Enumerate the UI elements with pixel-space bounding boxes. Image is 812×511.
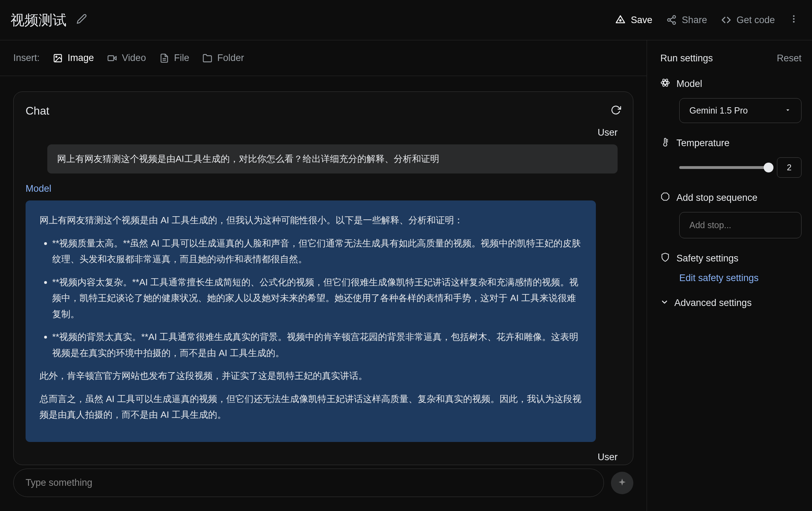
save-button[interactable]: Save <box>615 14 653 26</box>
chevron-down-icon <box>660 298 669 308</box>
model-select[interactable]: Gemini 1.5 Pro <box>679 98 801 123</box>
insert-image[interactable]: Image <box>53 53 94 63</box>
insert-folder-label: Folder <box>217 53 244 63</box>
model-conclusion: 总而言之，虽然 AI 工具可以生成逼真的视频，但它们还无法生成像凯特王妃讲话这样… <box>40 391 582 423</box>
insert-file[interactable]: File <box>159 53 190 63</box>
svg-point-1 <box>673 16 676 19</box>
insert-folder[interactable]: Folder <box>202 53 244 63</box>
edit-title-icon[interactable] <box>76 14 87 26</box>
role-user-label-2: User <box>26 452 618 462</box>
advanced-settings-toggle[interactable]: Advanced settings <box>660 298 801 308</box>
model-settings-icon <box>660 78 670 90</box>
svg-point-7 <box>793 18 795 20</box>
model-response: 网上有网友猜测这个视频是由 AI 工具生成的，但我认为这种可能性很小。以下是一些… <box>26 200 596 442</box>
top-header: 视频测试 Save Share Get code <box>0 0 812 40</box>
temperature-value[interactable]: 2 <box>777 157 801 178</box>
model-point-2: **视频内容太复杂。**AI 工具通常擅长生成简短的、公式化的视频，但它们很难生… <box>52 274 582 322</box>
svg-point-2 <box>668 19 670 21</box>
svg-point-6 <box>793 15 795 17</box>
send-button[interactable] <box>611 472 633 494</box>
header-actions: Save Share Get code <box>615 14 799 26</box>
page-title: 视频测试 <box>11 11 67 30</box>
insert-image-label: Image <box>68 53 94 63</box>
header-left: 视频测试 <box>11 11 87 30</box>
prompt-row <box>13 469 633 497</box>
run-settings-title: Run settings <box>660 53 713 64</box>
chat-title: Chat <box>26 104 49 117</box>
safety-icon <box>660 252 670 264</box>
svg-rect-11 <box>108 56 113 61</box>
prompt-input[interactable] <box>13 469 604 497</box>
role-user-label: User <box>26 127 618 138</box>
advanced-label: Advanced settings <box>674 298 752 308</box>
chat-scroll[interactable]: User 网上有网友猜测这个视频是由AI工具生成的，对比你怎么看？给出详细充分的… <box>26 127 621 465</box>
svg-line-4 <box>670 18 673 19</box>
safety-label: Safety settings <box>676 253 738 264</box>
svg-point-0 <box>620 20 621 21</box>
get-code-label: Get code <box>736 15 775 26</box>
model-intro: 网上有网友猜测这个视频是由 AI 工具生成的，但我认为这种可能性很小。以下是一些… <box>40 212 582 229</box>
temperature-icon <box>660 137 670 149</box>
chevron-down-icon <box>784 105 791 116</box>
model-selected: Gemini 1.5 Pro <box>689 105 748 116</box>
chat-panel: Chat User 网上有网友猜测这个视频是由AI工具生成的，对比你怎么看？给出… <box>13 91 633 465</box>
run-settings-panel: Run settings Reset Model Gemini 1.5 Pro <box>647 40 812 511</box>
edit-safety-link[interactable]: Edit safety settings <box>679 273 759 283</box>
svg-point-8 <box>793 21 795 23</box>
user-message: 网上有网友猜测这个视频是由AI工具生成的，对比你怎么看？给出详细充分的解释、分析… <box>47 144 618 173</box>
refresh-icon[interactable] <box>611 105 621 117</box>
insert-video[interactable]: Video <box>107 53 146 63</box>
save-label: Save <box>631 15 653 26</box>
share-button[interactable]: Share <box>666 15 707 26</box>
insert-label: Insert: <box>13 53 40 63</box>
stop-sequence-label: Add stop sequence <box>676 192 757 203</box>
svg-marker-22 <box>662 193 669 200</box>
model-extra: 此外，肯辛顿宫官方网站也发布了这段视频，并证实了这是凯特王妃的真实讲话。 <box>40 368 582 384</box>
stop-sequence-icon <box>660 192 670 204</box>
svg-point-10 <box>56 56 57 57</box>
temperature-label: Temperature <box>676 138 730 149</box>
insert-file-label: File <box>174 53 190 63</box>
role-model-label: Model <box>26 183 618 194</box>
slider-thumb[interactable] <box>764 163 773 172</box>
temperature-slider[interactable] <box>679 166 769 169</box>
share-label: Share <box>682 15 707 26</box>
model-point-3: **视频的背景太真实。**AI 工具通常很难生成真实的背景。视频中的肯辛顿宫花园… <box>52 329 582 361</box>
model-label: Model <box>676 79 702 89</box>
svg-line-5 <box>670 21 673 22</box>
svg-point-16 <box>661 81 669 84</box>
stop-sequence-input[interactable] <box>679 212 801 238</box>
insert-toolbar: Insert: Image Video File Folder <box>0 40 647 76</box>
get-code-button[interactable]: Get code <box>721 15 775 26</box>
reset-button[interactable]: Reset <box>777 53 801 64</box>
more-menu-icon[interactable] <box>789 14 799 26</box>
svg-point-3 <box>673 22 676 25</box>
insert-video-label: Video <box>122 53 146 63</box>
model-point-1: **视频质量太高。**虽然 AI 工具可以生成逼真的人脸和声音，但它们通常无法生… <box>52 236 582 267</box>
